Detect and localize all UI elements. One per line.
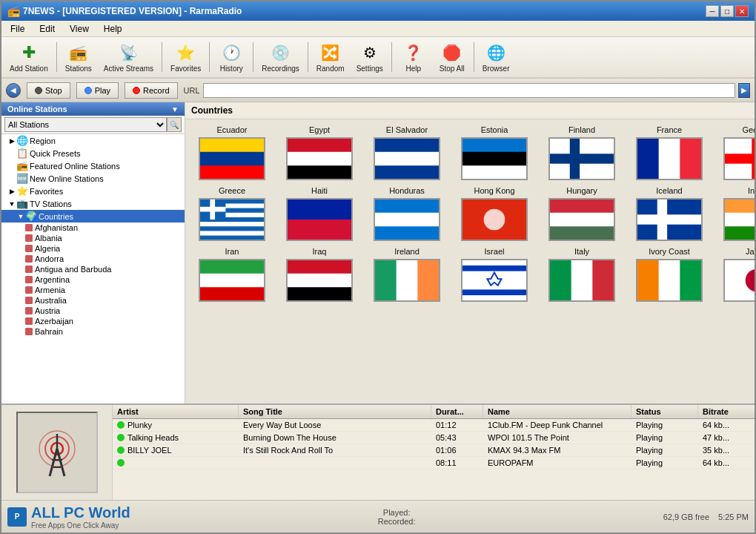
country-cell-egypt[interactable]: Egypt: [279, 125, 360, 180]
country-cell-italy[interactable]: Italy: [541, 247, 623, 302]
country-cell-ecuador[interactable]: Ecuador: [191, 125, 273, 180]
svg-rect-39: [375, 213, 439, 227]
tree-label: Bahrain: [35, 327, 63, 336]
maximize-button[interactable]: □: [720, 5, 734, 17]
tree-item-antigua[interactable]: Antigua and Barbuda: [1, 264, 185, 274]
stream-row[interactable]: PlunkyEvery Way But Loose01:121Club.FM -…: [113, 419, 755, 432]
url-input[interactable]: [203, 83, 735, 98]
country-cell-iran[interactable]: Iran: [191, 247, 273, 302]
country-cell-finland[interactable]: Finland: [541, 125, 623, 180]
stream-row[interactable]: 08:11EUROPAFMPlaying64 kb...: [113, 457, 755, 469]
favorites-button[interactable]: ⭐ Favorites: [165, 39, 206, 76]
menu-file[interactable]: File: [4, 22, 30, 36]
tree-item-azerbaijan[interactable]: Azerbaijan: [1, 316, 185, 326]
svg-rect-44: [550, 213, 614, 227]
country-cell-ireland[interactable]: Ireland: [366, 247, 448, 302]
minimize-button[interactable]: ─: [706, 5, 719, 17]
stream-row[interactable]: Talking HeadsBurning Down The House05:43…: [113, 432, 755, 444]
stop-all-button[interactable]: 🛑 Stop All: [434, 39, 471, 76]
country-flag: [286, 259, 353, 302]
stations-label: Stations: [65, 65, 92, 73]
tree-item-countries[interactable]: ▼ 🌍 Countries: [1, 210, 185, 222]
browser-icon: 🌐: [485, 42, 506, 63]
tree-item-afghanistan[interactable]: Afghanistan: [1, 222, 185, 233]
stream-cell-name: WPOI 101.5 The Point: [483, 432, 631, 444]
url-go-button[interactable]: ▶: [738, 83, 750, 98]
country-cell-japan[interactable]: Japan: [716, 247, 755, 302]
random-button[interactable]: 🔀 Random: [311, 39, 350, 76]
country-cell-honduras[interactable]: Honduras: [366, 186, 448, 241]
close-button[interactable]: ✕: [735, 5, 749, 17]
tree-item-austria[interactable]: Austria: [1, 306, 185, 316]
tree-label: Armenia: [35, 286, 65, 294]
tree-item-tv-stations[interactable]: ▼ 📺 TV Stations: [1, 197, 185, 210]
tree-item-albania[interactable]: Albania: [1, 233, 185, 243]
country-cell-greece[interactable]: Greece: [191, 186, 273, 241]
country-name: Ivory Coast: [649, 247, 690, 256]
play-button[interactable]: Play: [76, 82, 119, 99]
play-label: Play: [95, 86, 110, 95]
sidebar-options-icon[interactable]: ▼: [171, 105, 179, 113]
country-cell-ivory-coast[interactable]: Ivory Coast: [629, 247, 710, 302]
country-cell-france[interactable]: France: [629, 125, 710, 180]
country-cell-haiti[interactable]: Haiti: [279, 186, 360, 241]
help-button[interactable]: ❓ Help: [395, 39, 432, 76]
stream-cell-bitrate: 64 kb...: [698, 419, 755, 431]
stream-cell-name: 1Club.FM - Deep Funk Channel: [483, 419, 631, 431]
stop-button[interactable]: Stop: [27, 82, 70, 99]
country-cell-hong-kong[interactable]: Hong Kong: [454, 186, 535, 241]
stations-button[interactable]: 📻 Stations: [60, 39, 97, 76]
tree-item-algeria[interactable]: Algeria: [1, 243, 185, 254]
recordings-button[interactable]: 💿 Recordings: [256, 39, 305, 76]
svg-rect-59: [288, 287, 351, 301]
stream-cell-song: Every Way But Loose: [239, 419, 431, 431]
country-cell-hungary[interactable]: Hungary: [541, 186, 623, 241]
stream-row[interactable]: BILLY JOELIt's Still Rock And Roll To01:…: [113, 444, 755, 457]
country-cell-iceland[interactable]: Iceland: [629, 186, 710, 241]
country-cell-georgia[interactable]: Georgia: [716, 125, 755, 180]
countries-grid-container[interactable]: EcuadorEgyptEl SalvadorEstoniaFinlandFra…: [185, 119, 755, 403]
country-cell-israel[interactable]: Israel: [454, 247, 535, 302]
stream-cell-duration: 01:12: [431, 419, 483, 431]
tree-item-region[interactable]: ▶ 🌐 Region: [1, 134, 185, 147]
random-icon: 🔀: [320, 42, 341, 63]
svg-rect-60: [375, 260, 397, 300]
sidebar-search-button[interactable]: 🔍: [167, 117, 182, 132]
menu-view[interactable]: View: [64, 22, 95, 36]
country-cell-iraq[interactable]: Iraq: [279, 247, 360, 302]
sidebar-filter-select[interactable]: All Stations: [4, 117, 167, 132]
record-button[interactable]: Record: [125, 82, 177, 99]
add-station-icon: ✚: [19, 42, 39, 63]
tree-item-favorites[interactable]: ▶ ⭐ Favorites: [1, 185, 185, 197]
svg-rect-10: [462, 152, 526, 166]
nav-back-button[interactable]: ◀: [6, 83, 21, 98]
country-name: El Salvador: [386, 125, 428, 134]
tree-item-quick-presets[interactable]: 📋 Quick Presets: [1, 147, 185, 159]
tree-item-featured[interactable]: 📻 Featured Online Stations: [1, 159, 185, 172]
svg-rect-51: [725, 226, 755, 240]
add-station-button[interactable]: ✚ Add Station: [4, 39, 53, 76]
active-streams-button[interactable]: 📡 Active Streams: [99, 39, 159, 76]
history-button[interactable]: 🕐 History: [213, 39, 250, 76]
tree-item-bahrain[interactable]: Bahrain: [1, 326, 185, 337]
station-logo: [16, 412, 98, 493]
country-cell-india[interactable]: India: [716, 186, 755, 241]
tree-item-armenia[interactable]: Armenia: [1, 285, 185, 295]
tree-item-australia[interactable]: Australia: [1, 295, 185, 306]
tree-item-new-online[interactable]: 🆕 New Online Stations: [1, 172, 185, 185]
tree-item-argentina[interactable]: Argentina: [1, 274, 185, 285]
country-cell-el-salvador[interactable]: El Salvador: [366, 125, 448, 180]
tree-item-andorra[interactable]: Andorra: [1, 254, 185, 264]
settings-button[interactable]: ⚙ Settings: [351, 39, 388, 76]
sidebar-tree: ▶ 🌐 Region 📋 Quick Presets 📻 Featured On…: [1, 134, 185, 403]
country-flag-icon: [25, 255, 33, 263]
sidebar-header-label: Online Stations: [7, 105, 67, 113]
active-streams-icon: 📡: [118, 42, 139, 63]
status-center: Played: Recorded:: [378, 508, 416, 526]
browser-button[interactable]: 🌐 Browser: [477, 39, 515, 76]
svg-rect-30: [200, 226, 264, 231]
country-cell-estonia[interactable]: Estonia: [454, 125, 535, 180]
svg-rect-19: [725, 154, 755, 163]
menu-help[interactable]: Help: [98, 22, 128, 36]
menu-edit[interactable]: Edit: [33, 22, 61, 36]
